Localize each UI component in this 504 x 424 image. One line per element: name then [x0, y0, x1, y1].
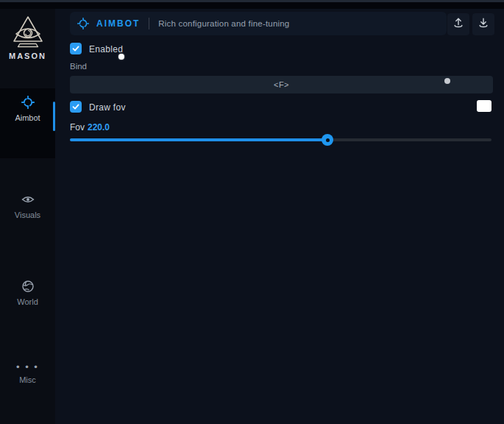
- globe-icon: [21, 280, 35, 293]
- fov-label-row: Fov220.0: [70, 122, 110, 132]
- ellipsis-icon: • • •: [0, 364, 55, 371]
- sidebar-item-label: Misc: [0, 375, 55, 384]
- bind-key-value: <F>: [274, 80, 289, 89]
- download-icon: [478, 17, 489, 32]
- crosshair-icon: [21, 96, 35, 109]
- fov-label: Fov: [70, 122, 85, 132]
- page-subtitle: Rich configuration and fine-tuning: [158, 19, 289, 28]
- page-title: AIMBOT: [96, 18, 140, 29]
- checkmark-icon: [72, 100, 79, 113]
- pointer-dot: [118, 54, 124, 60]
- pointer-dot: [444, 78, 450, 84]
- fov-slider-fill: [70, 138, 327, 141]
- fov-value: 220.0: [88, 122, 110, 132]
- mason-app-window: MASON Aimbot Visuals: [0, 0, 504, 424]
- header-divider: [149, 18, 149, 29]
- sidebar-item-label: Aimbot: [0, 113, 55, 122]
- enabled-label: Enabled: [89, 44, 123, 54]
- mason-eye-pyramid-icon: [0, 15, 55, 50]
- app-logo-label: MASON: [0, 52, 55, 60]
- checkmark-icon: [72, 42, 79, 55]
- bind-keybind-input[interactable]: <F>: [70, 76, 493, 93]
- sidebar-item-visuals[interactable]: Visuals: [0, 193, 55, 219]
- sidebar-item-label: World: [0, 297, 55, 306]
- bind-label: Bind: [70, 62, 87, 71]
- fov-color-swatch[interactable]: [477, 100, 491, 112]
- app-logo: MASON: [0, 15, 55, 60]
- sidebar-item-aimbot[interactable]: Aimbot: [0, 96, 55, 122]
- crosshair-icon: [77, 18, 89, 29]
- sidebar-item-label: Visuals: [0, 211, 55, 219]
- aimbot-page: AIMBOT Rich configuration and fine-tunin…: [55, 9, 504, 424]
- page-header: AIMBOT Rich configuration and fine-tunin…: [70, 12, 447, 35]
- download-config-button[interactable]: [472, 13, 494, 35]
- enabled-checkbox[interactable]: [70, 43, 82, 54]
- sidebar-item-world[interactable]: World: [0, 280, 55, 306]
- window-top-strip: [0, 2, 504, 9]
- sidebar-item-misc[interactable]: • • • Misc: [0, 364, 55, 384]
- fov-slider-handle[interactable]: [322, 134, 333, 146]
- fov-slider-track[interactable]: [70, 138, 491, 141]
- draw-fov-label: Draw fov: [89, 102, 126, 113]
- upload-icon: [452, 17, 464, 32]
- draw-fov-checkbox[interactable]: [70, 101, 82, 113]
- eye-icon: [21, 193, 35, 206]
- sidebar: MASON Aimbot Visuals: [0, 9, 55, 424]
- upload-config-button[interactable]: [447, 13, 469, 35]
